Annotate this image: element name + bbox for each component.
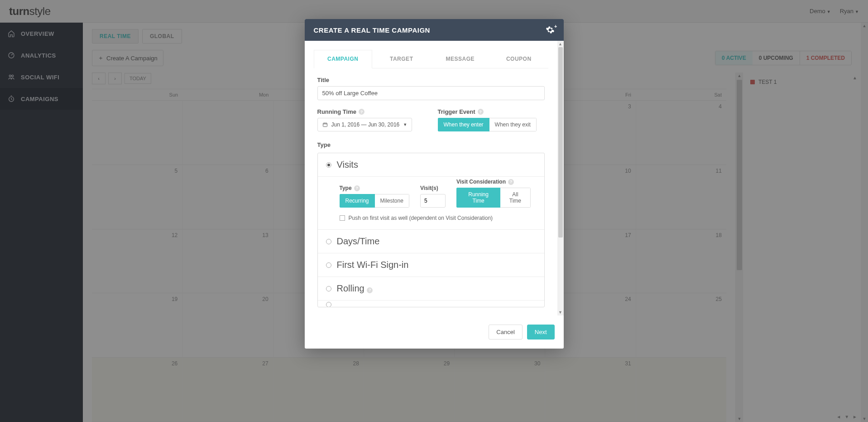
modal-overlay: CREATE A REAL TIME CAMPAIGN + CAMPAIGN T… bbox=[0, 0, 868, 422]
radio-icon bbox=[326, 239, 331, 244]
help-icon[interactable]: ? bbox=[478, 109, 484, 115]
modal-tab-target[interactable]: TARGET bbox=[372, 50, 431, 68]
type-option-label: First Wi-Fi Sign-in bbox=[337, 260, 409, 270]
cancel-button[interactable]: Cancel bbox=[489, 325, 522, 340]
type-label: Type bbox=[317, 141, 545, 148]
date-range-button[interactable]: Jun 1, 2016 — Jun 30, 2016 ▼ bbox=[317, 118, 412, 131]
calendar-icon bbox=[322, 122, 328, 127]
type-option-visits[interactable]: Visits bbox=[318, 153, 544, 177]
type-option-label: Days/Time bbox=[337, 236, 380, 247]
caret-down-icon: ▼ bbox=[403, 122, 407, 127]
trigger-exit-button[interactable]: When they exit bbox=[489, 118, 537, 131]
visits-count-label: Visit(s) bbox=[420, 185, 446, 191]
running-time-label: Running Time? bbox=[317, 108, 424, 115]
consideration-label: Visit Consideration? bbox=[456, 179, 531, 185]
type-option-rolling[interactable]: Rolling ? bbox=[318, 277, 544, 301]
type-option-hidden[interactable] bbox=[318, 301, 544, 307]
help-icon[interactable]: ? bbox=[508, 179, 514, 185]
modal-tab-message[interactable]: MESSAGE bbox=[431, 50, 490, 68]
modal-scrollbar[interactable]: ▲ ▼ bbox=[557, 41, 564, 315]
type-option-firstwifi[interactable]: First Wi-Fi Sign-in bbox=[318, 253, 544, 277]
help-icon[interactable]: ? bbox=[359, 109, 364, 115]
help-icon[interactable]: ? bbox=[354, 185, 360, 191]
modal-tab-coupon[interactable]: COUPON bbox=[489, 50, 548, 68]
help-icon[interactable]: ? bbox=[367, 287, 373, 293]
consideration-alltime-button[interactable]: All Time bbox=[500, 188, 530, 208]
type-option-daystime[interactable]: Days/Time bbox=[318, 230, 544, 253]
title-input[interactable] bbox=[317, 86, 545, 100]
modal-title: CREATE A REAL TIME CAMPAIGN bbox=[314, 26, 430, 34]
trigger-enter-button[interactable]: When they enter bbox=[438, 118, 489, 131]
next-button[interactable]: Next bbox=[527, 325, 555, 340]
milestone-button[interactable]: Milestone bbox=[375, 194, 409, 208]
consideration-running-button[interactable]: Running Time bbox=[456, 188, 500, 208]
modal: CREATE A REAL TIME CAMPAIGN + CAMPAIGN T… bbox=[305, 19, 564, 349]
radio-icon bbox=[326, 162, 331, 168]
visits-input[interactable] bbox=[420, 194, 446, 208]
svg-rect-4 bbox=[323, 123, 327, 127]
radio-icon bbox=[326, 302, 331, 307]
title-label: Title bbox=[317, 77, 545, 83]
type-option-label: Rolling ? bbox=[337, 283, 373, 294]
push-first-checkbox[interactable] bbox=[340, 215, 345, 221]
modal-header: CREATE A REAL TIME CAMPAIGN + bbox=[305, 19, 564, 41]
trigger-label: Trigger Event? bbox=[438, 108, 545, 115]
recurring-button[interactable]: Recurring bbox=[340, 194, 375, 208]
date-range-label: Jun 1, 2016 — Jun 30, 2016 bbox=[331, 121, 400, 128]
settings-icon[interactable]: + bbox=[546, 25, 555, 34]
push-first-label: Push on first visit as well (dependent o… bbox=[349, 215, 493, 221]
radio-icon bbox=[326, 262, 331, 268]
radio-icon bbox=[326, 286, 331, 291]
visits-type-label: Type? bbox=[340, 185, 409, 191]
modal-tab-campaign[interactable]: CAMPAIGN bbox=[314, 50, 373, 68]
type-option-label: Visits bbox=[337, 160, 358, 170]
